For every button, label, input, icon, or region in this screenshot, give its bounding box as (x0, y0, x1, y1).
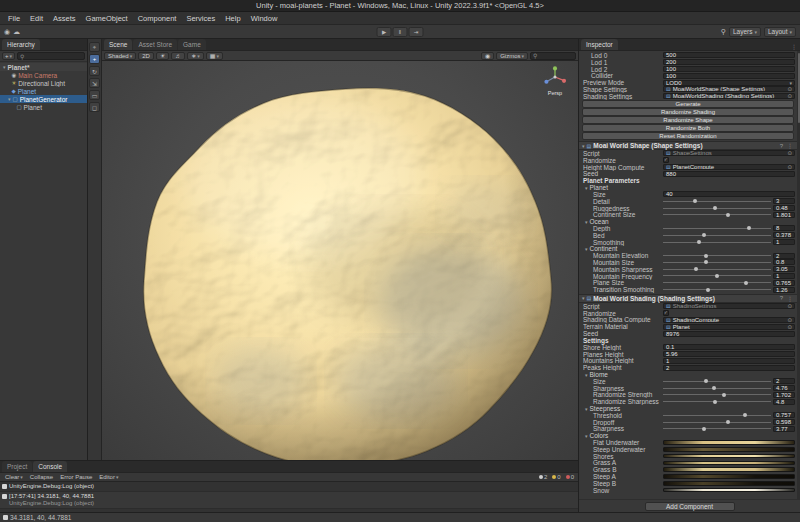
gradient-swatch-snow[interactable] (663, 488, 795, 493)
slider-handle[interactable] (704, 254, 708, 258)
button-generate[interactable]: Generate (582, 100, 794, 108)
text-field-peaks-height[interactable]: 2 (663, 365, 795, 371)
slider-value[interactable]: 1 (773, 273, 795, 279)
menu-help[interactable]: Help (220, 12, 245, 24)
slider-value[interactable]: 0.8 (773, 259, 795, 265)
slider-value[interactable]: 2 (773, 378, 795, 384)
view-tool[interactable]: ⌖ (89, 42, 100, 52)
slider-smoothing[interactable] (663, 239, 771, 246)
menu-edit[interactable]: Edit (25, 12, 48, 24)
kebab-icon[interactable]: ⋮ (786, 142, 794, 149)
console-log-entry[interactable]: UnityEngine.Debug:Log (object) (0, 482, 578, 492)
slider-detail[interactable] (663, 198, 771, 205)
slider-value[interactable]: 3.05 (773, 266, 795, 272)
kebab-icon[interactable]: ⋮ (786, 295, 794, 302)
slider-continent-size[interactable] (663, 211, 771, 218)
kebab-menu-icon[interactable]: ⋮ (788, 43, 800, 50)
text-field-planes-height[interactable]: 5.96 (663, 351, 795, 357)
hierarchy-item-directional-light[interactable]: ☀Directional Light (0, 79, 87, 87)
slider-value[interactable]: 1.26 (773, 287, 795, 293)
draw-mode-dropdown[interactable]: Shaded ▾ (104, 52, 136, 60)
slider-value[interactable]: 0.598 (773, 419, 795, 425)
slider-value[interactable]: 0.765 (773, 280, 795, 286)
foldout-caret-icon[interactable]: ▾ (3, 64, 6, 70)
menu-gameobject[interactable]: GameObject (81, 12, 133, 24)
slider-value[interactable]: 1.801 (773, 212, 795, 218)
slider-transition-smoothing[interactable] (663, 286, 771, 293)
dropdown-preview-mode[interactable]: LOD0▾ (663, 80, 795, 86)
gradient-swatch-grass-b[interactable] (663, 467, 795, 472)
add-component-button[interactable]: Add Component (645, 502, 735, 511)
checkbox-randomize[interactable]: ✓ (663, 157, 669, 163)
help-icon[interactable]: ? (779, 143, 784, 149)
slider-handle[interactable] (702, 233, 706, 237)
object-picker-icon[interactable]: ⊙ (787, 324, 792, 330)
object-picker-icon[interactable]: ⊙ (787, 303, 792, 309)
object-picker-icon[interactable]: ⊙ (787, 164, 792, 170)
slider-value[interactable]: 0.378 (773, 232, 795, 238)
hierarchy-item-planet[interactable]: ▢Planet (0, 103, 87, 111)
button-randomize-shape[interactable]: Randomize Shape (582, 116, 794, 124)
scale-tool[interactable]: ⇲ (89, 78, 100, 88)
tab-game[interactable]: Game (178, 39, 206, 50)
hierarchy-item-planet[interactable]: ◆Planet (0, 87, 87, 95)
account-icon[interactable]: ◉ (4, 28, 10, 36)
button-randomize-both[interactable]: Randomize Both (582, 124, 794, 132)
text-field-lod-1[interactable]: 200 (663, 59, 795, 65)
slider-handle[interactable] (713, 400, 717, 404)
slider-value[interactable]: 2 (773, 253, 795, 259)
object-field-script[interactable]: ▤ShapeSettings⊙ (663, 150, 795, 156)
slider-handle[interactable] (704, 379, 708, 383)
scene-effects-dropdown[interactable]: ∗▾ (187, 52, 204, 60)
slider-value[interactable]: 3.77 (773, 426, 795, 432)
slider-randomize-strength[interactable] (663, 392, 771, 399)
slider-handle[interactable] (693, 199, 697, 203)
hierarchy-item-main-camera[interactable]: ◉Main Camera (0, 71, 87, 79)
slider-handle[interactable] (747, 226, 751, 230)
editor-dropdown[interactable]: Editor ▾ (96, 474, 121, 480)
slider-handle[interactable] (704, 260, 708, 264)
slider-handle[interactable] (712, 386, 716, 390)
persp-label[interactable]: Persp (538, 90, 572, 96)
create-object-button[interactable]: + ▾ (2, 52, 15, 60)
slider-sharpness[interactable] (663, 385, 771, 392)
gradient-swatch-steep-underwater[interactable] (663, 447, 795, 452)
slider-size[interactable] (663, 378, 771, 385)
slider-mountain-sharpness[interactable] (663, 266, 771, 273)
clear-button[interactable]: Clear ▾ (2, 474, 26, 480)
layout-dropdown[interactable]: Layout ▾ (764, 27, 796, 37)
scene-viewport[interactable]: Persp (102, 61, 578, 460)
scrollbar-thumb[interactable] (798, 53, 800, 123)
text-field-mountains-height[interactable]: 1 (663, 358, 795, 364)
button-randomize-shading[interactable]: Randomize Shading (582, 108, 794, 116)
scene-orientation-gizmo[interactable]: Persp (538, 65, 572, 96)
slider-ruggedness[interactable] (663, 205, 771, 212)
gizmos-dropdown[interactable]: Gizmos▾ (496, 52, 528, 60)
gradient-swatch-grass-a[interactable] (663, 461, 795, 466)
slider-randomize-sharpness[interactable] (663, 398, 771, 405)
object-picker-icon[interactable]: ⊙ (787, 317, 792, 323)
text-field-seed[interactable]: 880 (663, 171, 795, 177)
slider-mountain-elevation[interactable] (663, 252, 771, 259)
slider-handle[interactable] (694, 267, 698, 271)
gradient-swatch-flat-underwater[interactable] (663, 440, 795, 445)
foldout-caret-icon[interactable]: ▾ (582, 295, 585, 301)
slider-handle[interactable] (702, 427, 706, 431)
move-tool[interactable]: + (89, 54, 100, 64)
gradient-swatch-steep-b[interactable] (663, 481, 795, 486)
menu-window[interactable]: Window (246, 12, 283, 24)
slider-depth[interactable] (663, 225, 771, 232)
menu-assets[interactable]: Assets (48, 12, 81, 24)
menu-component[interactable]: Component (133, 12, 182, 24)
foldout-caret-icon[interactable]: ▾ (8, 96, 11, 102)
slider-plane-size[interactable] (663, 279, 771, 286)
slider-handle[interactable] (713, 206, 717, 210)
slider-value[interactable]: 4.8 (773, 399, 795, 405)
collapse-toggle[interactable]: Collapse (27, 474, 56, 480)
scene-audio-toggle[interactable]: ♬ (171, 52, 185, 60)
slider-value[interactable]: 8 (773, 225, 795, 231)
tab-project[interactable]: Project (2, 461, 32, 472)
tab-hierarchy[interactable]: Hierarchy (2, 39, 40, 50)
step-button[interactable]: ⇥ (409, 27, 424, 37)
slider-handle[interactable] (726, 420, 730, 424)
